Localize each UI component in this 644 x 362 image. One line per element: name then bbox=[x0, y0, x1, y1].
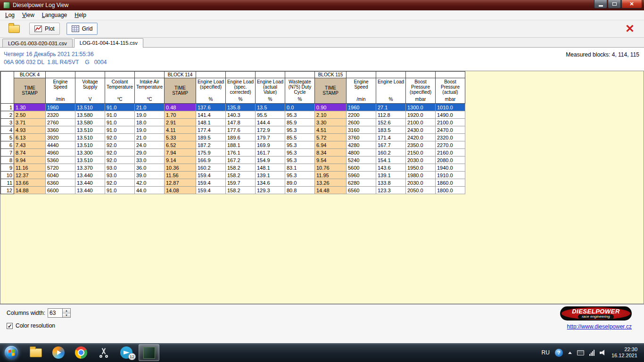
grid-cell[interactable]: 9.14 bbox=[165, 156, 196, 164]
grid-cell[interactable]: 13.580 bbox=[75, 119, 105, 126]
grid-cell[interactable]: 4.93 bbox=[14, 126, 46, 134]
grid-cell[interactable]: 2030.0 bbox=[406, 179, 436, 187]
grid-cell[interactable]: 14.88 bbox=[14, 187, 46, 194]
grid-cell[interactable]: 13.440 bbox=[75, 172, 105, 179]
grid-cell[interactable]: 135.8 bbox=[226, 104, 256, 111]
grid-cell[interactable]: 13.510 bbox=[75, 104, 105, 111]
maximize-button[interactable] bbox=[608, 0, 621, 8]
grid-cell[interactable]: 159.4 bbox=[196, 179, 226, 187]
row-number[interactable]: 2 bbox=[1, 111, 14, 119]
column-header[interactable]: Engine Load (actual Value)% bbox=[256, 78, 285, 104]
grid-cell[interactable]: 8.34 bbox=[315, 149, 347, 156]
grid-cell[interactable]: 112.8 bbox=[376, 111, 406, 119]
grid-cell[interactable]: 167.2 bbox=[226, 156, 256, 164]
grid-cell[interactable]: 95.5 bbox=[256, 111, 285, 119]
grid-cell[interactable]: 95.3 bbox=[285, 172, 315, 179]
open-log-button[interactable] bbox=[6, 22, 23, 35]
grid-cell[interactable]: 10.36 bbox=[165, 164, 196, 172]
grid-cell[interactable]: 133.8 bbox=[376, 179, 406, 187]
grid-cell[interactable]: 92.0 bbox=[105, 179, 135, 187]
grid-cell[interactable]: 19.0 bbox=[135, 111, 165, 119]
grid-cell[interactable]: 5600 bbox=[347, 164, 376, 172]
menu-help[interactable]: Help bbox=[71, 11, 90, 19]
start-button[interactable] bbox=[0, 343, 23, 362]
column-header[interactable]: Wastegate (N75) Duty Cycle% bbox=[285, 78, 315, 104]
grid-cell[interactable]: 1860.0 bbox=[436, 179, 465, 187]
grid-cell[interactable]: 13.26 bbox=[315, 179, 347, 187]
menu-log[interactable]: Log bbox=[1, 11, 18, 19]
grid-cell[interactable]: 80.8 bbox=[285, 187, 315, 194]
input-device-icon[interactable] bbox=[577, 350, 584, 355]
grid-cell[interactable]: 159.4 bbox=[196, 187, 226, 194]
menu-view[interactable]: View bbox=[18, 11, 38, 19]
grid-cell[interactable]: 2350.0 bbox=[406, 141, 436, 149]
column-header[interactable]: Boost Pressure (actual)mbar bbox=[436, 78, 465, 104]
grid-cell[interactable]: 95.3 bbox=[285, 141, 315, 149]
grid-cell[interactable]: 91.0 bbox=[105, 187, 135, 194]
grid-cell[interactable]: 158.2 bbox=[226, 172, 256, 179]
grid-cell[interactable]: 140.3 bbox=[226, 111, 256, 119]
grid-cell[interactable]: 18.0 bbox=[135, 119, 165, 126]
column-header[interactable]: Coolant Temperature°C bbox=[105, 78, 135, 104]
grid-cell[interactable]: 1490.0 bbox=[436, 111, 465, 119]
grid-cell[interactable]: 27.1 bbox=[376, 104, 406, 111]
grid-cell[interactable]: 6600 bbox=[46, 187, 75, 194]
grid-cell[interactable]: 11.95 bbox=[315, 172, 347, 179]
grid-cell[interactable]: 187.2 bbox=[196, 141, 226, 149]
column-header[interactable]: TIME STAMP bbox=[165, 78, 196, 104]
grid-cell[interactable]: 5360 bbox=[46, 156, 75, 164]
grid-cell[interactable]: 4960 bbox=[46, 149, 75, 156]
grid-cell[interactable]: 177.6 bbox=[226, 126, 256, 134]
row-number[interactable]: 9 bbox=[1, 164, 14, 172]
grid-cell[interactable]: 2.50 bbox=[14, 111, 46, 119]
grid-cell[interactable]: 14.48 bbox=[315, 187, 347, 194]
grid-cell[interactable]: 13.300 bbox=[75, 149, 105, 156]
grid-cell[interactable]: 189.6 bbox=[226, 134, 256, 141]
grid-cell[interactable]: 188.1 bbox=[226, 141, 256, 149]
grid-cell[interactable]: 4280 bbox=[347, 141, 376, 149]
grid-cell[interactable]: 2100.0 bbox=[436, 119, 465, 126]
row-number[interactable]: 3 bbox=[1, 119, 14, 126]
grid-cell[interactable]: 13.440 bbox=[75, 179, 105, 187]
grid-cell[interactable]: 3920 bbox=[46, 134, 75, 141]
grid-cell[interactable]: 2100.0 bbox=[406, 119, 436, 126]
grid-cell[interactable]: 95.3 bbox=[285, 126, 315, 134]
grid-cell[interactable]: 143.6 bbox=[376, 164, 406, 172]
grid-cell[interactable]: 1010.0 bbox=[436, 104, 465, 111]
grid-cell[interactable]: 5720 bbox=[46, 164, 75, 172]
column-header[interactable]: Engine Load% bbox=[376, 78, 406, 104]
grid-cell[interactable]: 160.2 bbox=[376, 149, 406, 156]
column-header[interactable]: Voltage SupplyV bbox=[75, 78, 105, 104]
grid-cell[interactable]: 4800 bbox=[347, 149, 376, 156]
grid-cell[interactable]: 141.4 bbox=[196, 111, 226, 119]
taskbar-item-snipping-tool[interactable] bbox=[93, 344, 114, 361]
grid-cell[interactable]: 13.66 bbox=[14, 179, 46, 187]
grid-cell[interactable]: 2430.0 bbox=[406, 126, 436, 134]
show-hidden-icons-arrow[interactable] bbox=[568, 352, 572, 354]
color-resolution-checkbox[interactable] bbox=[7, 323, 13, 329]
grid-cell[interactable]: 0.0 bbox=[285, 104, 315, 111]
grid-cell[interactable]: 8.74 bbox=[14, 149, 46, 156]
grid-cell[interactable]: 11.56 bbox=[165, 172, 196, 179]
grid-cell[interactable]: 91.0 bbox=[105, 104, 135, 111]
grid-cell[interactable]: 13.510 bbox=[75, 141, 105, 149]
grid-cell[interactable]: 89.0 bbox=[285, 179, 315, 187]
grid-cell[interactable]: 1950.0 bbox=[406, 164, 436, 172]
grid-cell[interactable]: 12.37 bbox=[14, 172, 46, 179]
grid-cell[interactable]: 36.0 bbox=[135, 164, 165, 172]
volume-icon[interactable] bbox=[600, 349, 606, 356]
tab-log-2[interactable]: LOG-01-004-114-115.csv bbox=[74, 38, 143, 48]
grid-cell[interactable]: 1960 bbox=[347, 104, 376, 111]
taskbar-item-telegram[interactable]: 12 bbox=[116, 344, 137, 361]
close-button[interactable]: ✕ bbox=[621, 0, 642, 8]
taskbar-item-media-player[interactable] bbox=[48, 344, 69, 361]
grid-cell[interactable]: 95.3 bbox=[285, 149, 315, 156]
grid-cell[interactable]: 3160 bbox=[347, 126, 376, 134]
grid-cell[interactable]: 129.3 bbox=[256, 187, 285, 194]
grid-cell[interactable]: 13.5 bbox=[256, 104, 285, 111]
grid-cell[interactable]: 2030.0 bbox=[406, 156, 436, 164]
grid-cell[interactable]: 134.6 bbox=[256, 179, 285, 187]
grid-cell[interactable]: 11.16 bbox=[14, 164, 46, 172]
grid-cell[interactable]: 154.1 bbox=[376, 156, 406, 164]
grid-cell[interactable]: 13.580 bbox=[75, 111, 105, 119]
